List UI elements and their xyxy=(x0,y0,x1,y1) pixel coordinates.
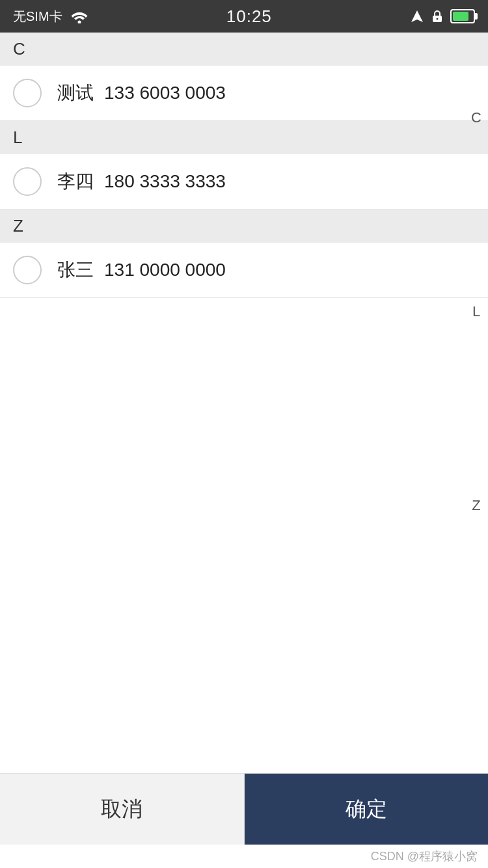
contact-list: C 测试 133 6003 0003 L 李四 180 3333 3333 Z … xyxy=(0,33,488,773)
section-header-l: L xyxy=(0,121,488,154)
contact-row-ceshi[interactable]: 测试 133 6003 0003 xyxy=(0,66,488,121)
index-letter-z[interactable]: Z xyxy=(472,498,480,513)
status-bar: 无SIM卡 10:25 xyxy=(0,0,488,33)
contact-name-lisi: 李四 xyxy=(57,169,94,194)
radio-lisi[interactable] xyxy=(13,167,42,196)
status-right xyxy=(410,9,475,23)
svg-point-2 xyxy=(436,18,438,20)
watermark: CSDN @程序猿小窝 xyxy=(371,848,478,864)
contact-phone-ceshi: 133 6003 0003 xyxy=(104,83,226,103)
radio-ceshi[interactable] xyxy=(13,79,42,107)
contact-row-zhangsan[interactable]: 张三 131 0000 0000 xyxy=(0,243,488,298)
contact-info-ceshi: 测试 133 6003 0003 xyxy=(57,81,226,105)
wifi-icon xyxy=(70,9,88,23)
index-letter-l[interactable]: L xyxy=(472,305,480,319)
battery-icon xyxy=(450,9,475,23)
contact-phone-lisi: 180 3333 3333 xyxy=(104,171,226,192)
battery-fill xyxy=(453,12,468,21)
location-icon xyxy=(410,9,424,23)
contact-name-ceshi: 测试 xyxy=(57,81,94,105)
bottom-bar: 取消 确定 xyxy=(0,773,488,845)
contact-info-lisi: 李四 180 3333 3333 xyxy=(57,169,226,194)
contact-row-lisi[interactable]: 李四 180 3333 3333 xyxy=(0,154,488,210)
section-header-z: Z xyxy=(0,210,488,243)
index-bar: C L Z xyxy=(465,33,488,773)
confirm-button[interactable]: 确定 xyxy=(245,774,489,845)
contact-info-zhangsan: 张三 131 0000 0000 xyxy=(57,258,226,282)
svg-point-0 xyxy=(77,21,81,24)
cancel-button[interactable]: 取消 xyxy=(0,774,245,845)
lock-icon xyxy=(431,9,444,23)
contact-phone-zhangsan: 131 0000 0000 xyxy=(104,260,226,280)
status-left: 无SIM卡 xyxy=(13,8,88,25)
section-header-c: C xyxy=(0,33,488,66)
time-display: 10:25 xyxy=(226,7,272,27)
index-letter-c[interactable]: C xyxy=(471,111,481,125)
contact-name-zhangsan: 张三 xyxy=(57,258,94,282)
radio-zhangsan[interactable] xyxy=(13,256,42,284)
sim-text: 无SIM卡 xyxy=(13,8,62,25)
